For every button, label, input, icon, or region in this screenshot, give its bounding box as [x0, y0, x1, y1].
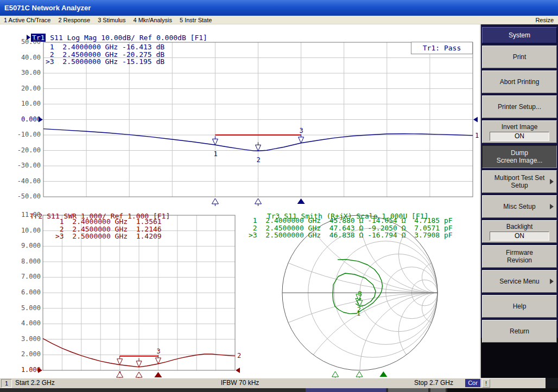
marker-readout-row: 1 2.4000000 GHz -16.413 dB: [46, 43, 164, 51]
stimulus-marker-active[interactable]: [297, 198, 305, 204]
correction-badge: Cor: [465, 379, 480, 387]
y-axis-label: 7.000: [9, 273, 41, 280]
softkey-label: Print: [513, 53, 527, 61]
menu-item-2[interactable]: 2 Response: [54, 17, 94, 23]
y-axis-label: 5.000: [9, 304, 41, 312]
softkey-label: Dump: [511, 149, 528, 157]
marker-number: 2: [257, 156, 261, 164]
softkey-menu-title[interactable]: System: [482, 27, 557, 43]
stimulus-marker-active[interactable]: [379, 371, 387, 377]
softkey-printer-setup[interactable]: Printer Setup...: [482, 95, 557, 118]
softkey-label: Service Menu: [499, 278, 539, 285]
smith-reactance-arc: [282, 24, 480, 293]
charts-canvas[interactable]: 11232123123: [0, 24, 480, 378]
y-axis-label: -50.00: [9, 192, 41, 200]
y-axis-label: -10.00: [9, 131, 41, 138]
softkey-help[interactable]: Help: [482, 295, 557, 318]
softkey-label: Invert Image: [502, 123, 538, 131]
softkey-label: Printer Setup...: [498, 103, 541, 111]
marker-2[interactable]: [136, 361, 142, 367]
softkey-multiport-test-set-setup[interactable]: Multiport Test SetSetup: [482, 170, 557, 193]
softkey-abort-printing[interactable]: Abort Printing: [482, 70, 557, 93]
softkey-state-value: ON: [490, 232, 550, 241]
status-bar: 1 Start 2.2 GHz IFBW 70 kHz Stop 2.7 GHz…: [0, 378, 546, 388]
softkey-misc-setup[interactable]: Misc Setup: [482, 195, 557, 218]
marker-number: 3: [156, 348, 160, 355]
stimulus-marker-active[interactable]: [154, 372, 162, 377]
marker-number: 3: [358, 290, 362, 298]
tr3-marker-readout: 1 2.4000000 GHz 45.880 Ω -14.054 Ω 4.718…: [249, 217, 453, 239]
softkey-label: Help: [513, 303, 527, 310]
y-axis-label: 8.000: [9, 258, 41, 265]
y-axis-label: 50.00: [9, 38, 41, 46]
taskbar-button: [430, 388, 446, 392]
reference-level-arrow-right: [473, 117, 478, 123]
softkey-dump-screen-image[interactable]: DumpScreen Image...: [482, 145, 557, 168]
statusbar-filler: [546, 378, 558, 388]
softkey-label: Backlight: [506, 223, 533, 230]
menu-item-5[interactable]: 5 Instr State: [176, 17, 215, 23]
softkey-backlight[interactable]: BacklightON: [482, 220, 557, 243]
softkey-firmware-revision[interactable]: FirmwareRevision: [482, 245, 557, 268]
trace-number-label: 2: [237, 352, 241, 359]
menu-item-1[interactable]: 1 Active Ch/Trace: [0, 17, 54, 23]
marker-1[interactable]: [117, 359, 123, 365]
marker-2[interactable]: [256, 145, 261, 151]
marker-readout-row: 2 2.4500000 GHz 47.643 Ω -9.2050 Ω 7.057…: [249, 224, 453, 232]
marker-3[interactable]: [299, 137, 304, 143]
resize-label[interactable]: Resize: [535, 17, 558, 23]
softkey-label: Revision: [507, 256, 532, 264]
marker-readout-row: 2 2.4500000 GHz 1.2146: [55, 226, 162, 233]
softkey-return[interactable]: Return: [482, 320, 557, 343]
softkey-print[interactable]: Print: [482, 46, 557, 68]
menu-item-4[interactable]: 4 Mkr/Analysis: [129, 17, 176, 23]
analyzer-window: E5071C Network Analyzer 1 Active Ch/Trac…: [0, 0, 558, 392]
stimulus-marker[interactable]: [356, 371, 363, 377]
tr1-header-text: S11 Log Mag 10.00dB/ Ref 0.000dB [F1]: [46, 34, 207, 42]
softkey-sidebar: System PrintAbort PrintingPrinter Setup.…: [480, 24, 558, 378]
marker-readout-row: >3 2.5000000 GHz -15.195 dB: [46, 58, 164, 66]
window-title: E5071C Network Analyzer: [4, 4, 91, 12]
stop-frequency: Stop 2.7 GHz: [414, 379, 453, 387]
stimulus-marker[interactable]: [332, 371, 339, 377]
smith-reactance-arc: [399, 293, 477, 370]
softkey-label: Abort Printing: [500, 78, 540, 86]
stimulus-marker[interactable]: [255, 198, 262, 204]
warning-indicator: !: [482, 379, 490, 388]
y-axis-label: 9.000: [9, 242, 41, 249]
taskbar-active-button: [306, 388, 386, 392]
trace-number-label: 1: [475, 132, 479, 139]
y-axis-label: 30.00: [9, 69, 41, 76]
taskbar-tray: [447, 388, 558, 392]
softkey-invert-image[interactable]: Invert ImageON: [482, 120, 557, 143]
softkey-label: Multiport Test Set: [494, 174, 544, 182]
marker-readout-row: 1 2.4000000 GHz 45.880 Ω -14.054 Ω 4.718…: [249, 217, 453, 224]
softkey-service-menu[interactable]: Service Menu: [482, 270, 557, 293]
ifbw-readout: IFBW 70 kHz: [0, 379, 480, 387]
graticule-screen: 11232123123 Tr1 S11 Log Mag 10.00dB/ Ref…: [0, 24, 480, 378]
y-axis-label: 3.000: [9, 335, 41, 343]
y-axis-label: 40.00: [9, 54, 41, 61]
y-axis-label: -20.00: [9, 146, 41, 154]
marker-readout-row: 1 2.4000000 GHz 1.3561: [55, 218, 162, 226]
softkey-label: Misc Setup: [503, 203, 535, 210]
window-titlebar[interactable]: E5071C Network Analyzer: [0, 0, 558, 16]
menu-bar: 1 Active Ch/Trace2 Response3 Stimulus4 M…: [0, 16, 558, 24]
marker-number: 1: [213, 150, 217, 158]
y-axis-label: 2.000: [9, 350, 41, 358]
submenu-arrow-icon: [550, 204, 554, 209]
smith-reactance-arc: [282, 293, 480, 378]
marker-1[interactable]: [212, 139, 218, 145]
stimulus-marker[interactable]: [212, 198, 218, 204]
y-axis-label: 10.00: [9, 100, 41, 107]
y-axis-label: 0.000: [9, 115, 41, 123]
reference-level-arrow-right: [236, 368, 240, 373]
submenu-arrow-icon: [550, 179, 554, 184]
y-axis-label: 20.00: [9, 85, 41, 92]
y-axis-label: -40.00: [9, 177, 41, 185]
marker-3[interactable]: [155, 358, 161, 364]
menu-item-3[interactable]: 3 Stimulus: [94, 17, 129, 23]
marker-readout-row: >3 2.5000000 GHz 1.4209: [55, 233, 162, 240]
softkey-label: Return: [510, 327, 529, 335]
y-axis-label: 11.00: [9, 211, 41, 219]
